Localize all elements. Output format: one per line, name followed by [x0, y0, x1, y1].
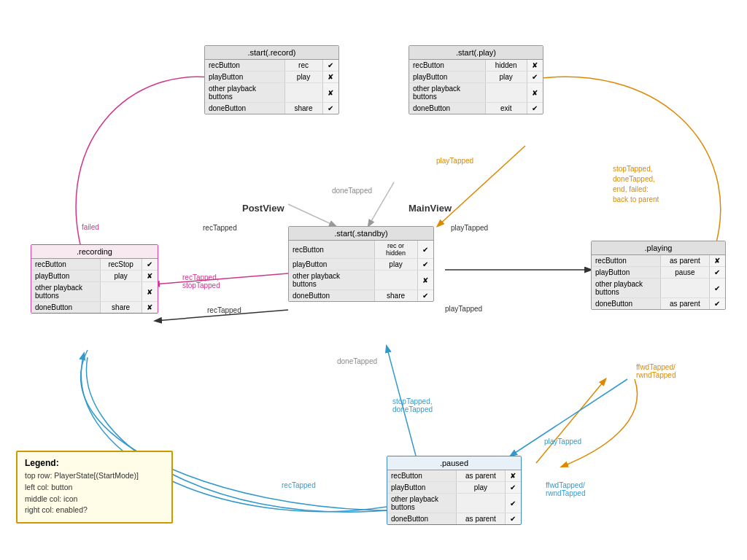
cell: ✘: [527, 83, 543, 103]
cell: exit: [485, 103, 527, 114]
state-paused-table: recButton as parent ✘ playButton play ✔ …: [387, 470, 521, 524]
label-playTapped2: playTapped: [445, 305, 482, 313]
cell: playButton: [289, 259, 374, 271]
state-start-record: .start(.record) recButton rec ✔ playButt…: [204, 45, 339, 114]
label-doneTapped1: doneTapped: [332, 187, 372, 195]
cell: hidden: [485, 60, 527, 71]
cell: recButton: [205, 60, 285, 71]
table-row: doneButton as parent ✔: [387, 513, 521, 525]
cell: other playbackbuttons: [387, 494, 457, 513]
table-row: other playbackbuttons ✔: [387, 494, 521, 513]
cell: other playbackbuttons: [31, 282, 100, 302]
cell: ✘: [142, 271, 158, 282]
cell: other playbackbuttons: [205, 83, 285, 103]
cell: recButton: [31, 259, 100, 271]
cell: playButton: [31, 271, 100, 282]
cell: share: [285, 103, 322, 114]
cell: ✘: [527, 60, 543, 71]
cell: recButton: [592, 255, 661, 267]
cell: ✘: [505, 470, 521, 482]
cell: ✔: [417, 259, 433, 271]
label-stopTapped-doneTapped-end-failed: stopTapped,doneTapped,end, failed:back t…: [613, 164, 659, 205]
cell: ✔: [709, 267, 725, 279]
state-start-play-title: .start(.play): [409, 46, 543, 60]
state-playing-title: .playing: [592, 241, 725, 255]
cell: share: [374, 290, 417, 302]
state-start-standby-title: .start(.standby): [289, 227, 433, 241]
cell: play: [485, 71, 527, 83]
cell: share: [100, 302, 142, 314]
table-row: doneButton exit ✔: [409, 103, 543, 114]
cell: ✔: [709, 279, 725, 298]
label-recTapped-stopTapped: recTapped,stopTapped: [182, 273, 220, 289]
cell: recStop: [100, 259, 142, 271]
table-row: recButton rec ✔: [205, 60, 338, 71]
state-start-play-table: recButton hidden ✘ playButton play ✔ oth…: [409, 60, 543, 114]
legend-text: top row: PlayerState[(StartMode)] left c…: [25, 470, 164, 516]
table-row: other playbackbuttons ✘: [409, 83, 543, 103]
state-start-play: .start(.play) recButton hidden ✘ playBut…: [409, 45, 543, 114]
label-stopTapped-doneTapped: stopTapped,doneTapped: [392, 397, 433, 413]
table-row: playButton play ✘: [31, 271, 158, 282]
diagram-container: .start(.record) recButton rec ✔ playButt…: [0, 0, 747, 560]
table-row: playButton play ✔: [387, 482, 521, 494]
cell: as parent: [457, 513, 505, 525]
table-row: recButton hidden ✘: [409, 60, 543, 71]
cell: ✔: [527, 103, 543, 114]
cell: ✔: [527, 71, 543, 83]
table-row: doneButton as parent ✔: [592, 298, 725, 310]
cell: pause: [661, 267, 709, 279]
legend-box: Legend: top row: PlayerState[(StartMode)…: [16, 451, 173, 524]
cell: [457, 494, 505, 513]
table-row: playButton play ✔: [289, 259, 433, 271]
label-recTapped3: recTapped: [282, 481, 316, 489]
cell: rec orhidden: [374, 241, 417, 259]
cell: ✔: [142, 259, 158, 271]
cell: ✔: [322, 103, 338, 114]
cell: as parent: [661, 298, 709, 310]
table-row: recButton as parent ✘: [592, 255, 725, 267]
cell: playButton: [409, 71, 485, 83]
table-row: other playbackbuttons ✘: [289, 271, 433, 290]
state-paused: .paused recButton as parent ✘ playButton…: [387, 456, 522, 525]
table-row: playButton pause ✔: [592, 267, 725, 279]
label-failed: failed: [82, 223, 99, 231]
state-start-standby: .start(.standby) recButton rec orhidden …: [288, 226, 434, 302]
cell: recButton: [387, 470, 457, 482]
cell: ✘: [322, 83, 338, 103]
cell: recButton: [289, 241, 374, 259]
cell: playButton: [387, 482, 457, 494]
cell: doneButton: [31, 302, 100, 314]
state-start-record-table: recButton rec ✔ playButton play ✘ other …: [205, 60, 338, 114]
state-start-standby-table: recButton rec orhidden ✔ playButton play…: [289, 241, 433, 301]
cell: ✘: [142, 302, 158, 314]
cell: other playbackbuttons: [289, 271, 374, 290]
label-playTapped3: playTapped: [436, 157, 473, 165]
label-playTapped1: playTapped: [451, 224, 488, 232]
cell: rec: [285, 60, 322, 71]
cell: play: [374, 259, 417, 271]
cell: ✘: [322, 71, 338, 83]
cell: playButton: [205, 71, 285, 83]
cell: ✔: [709, 298, 725, 310]
state-playing: .playing recButton as parent ✘ playButto…: [591, 241, 726, 310]
cell: ✔: [505, 482, 521, 494]
cell: play: [457, 482, 505, 494]
state-playing-table: recButton as parent ✘ playButton pause ✔…: [592, 255, 725, 309]
cell: ✔: [505, 494, 521, 513]
state-recording-table: recButton recStop ✔ playButton play ✘ ot…: [31, 259, 158, 313]
table-row: recButton as parent ✘: [387, 470, 521, 482]
table-row: recButton recStop ✔: [31, 259, 158, 271]
cell: doneButton: [592, 298, 661, 310]
state-start-record-title: .start(.record): [205, 46, 338, 60]
cell: [661, 279, 709, 298]
cell: doneButton: [289, 290, 374, 302]
cell: play: [100, 271, 142, 282]
cell: as parent: [457, 470, 505, 482]
main-view-label: MainView: [409, 203, 452, 214]
label-recTapped1: recTapped: [203, 224, 237, 232]
table-row: other playbackbuttons ✘: [31, 282, 158, 302]
legend-title: Legend:: [25, 458, 164, 468]
cell: other playbackbuttons: [409, 83, 485, 103]
post-view-label: PostView: [242, 203, 285, 214]
